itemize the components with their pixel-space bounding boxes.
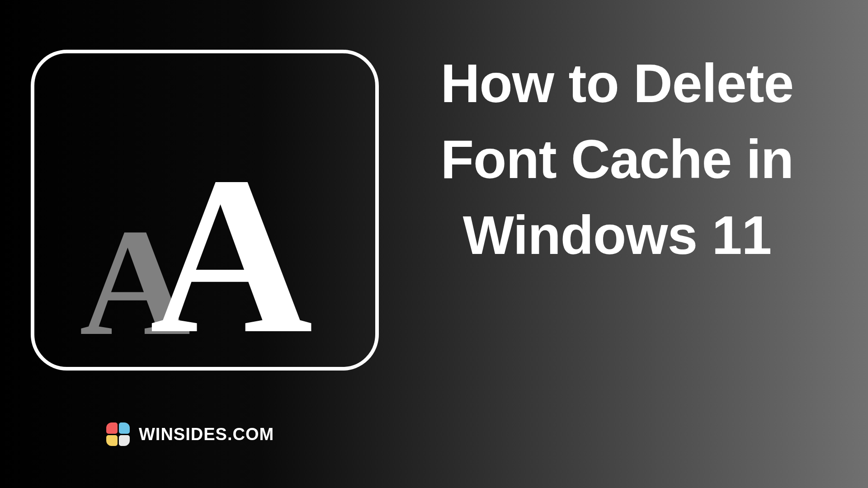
font-letters-group: A A <box>34 150 375 340</box>
font-letter-large-icon: A <box>150 170 313 340</box>
logo-tile-red <box>106 422 118 434</box>
logo-tile-yellow <box>106 435 118 446</box>
brand-name: WINSIDES.COM <box>139 425 274 444</box>
font-icon-container: A A <box>31 50 379 371</box>
brand-container: WINSIDES.COM <box>106 422 274 446</box>
brand-logo-icon <box>106 422 130 446</box>
logo-tile-blue <box>119 422 130 434</box>
page-title: How to Delete Font Cache in Windows 11 <box>398 45 836 273</box>
logo-tile-white <box>119 435 130 446</box>
